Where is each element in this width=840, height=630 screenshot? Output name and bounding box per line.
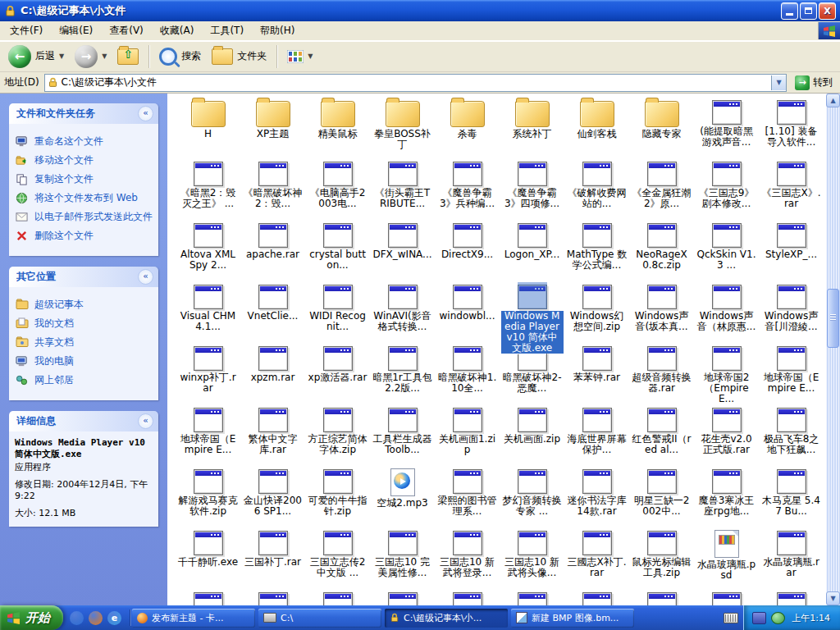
collapse-chevron-icon[interactable]: « (138, 413, 153, 429)
menu-item[interactable]: 文件(F) (2, 22, 51, 39)
file-item[interactable]: 地球帝国（Empire E... (759, 344, 824, 405)
tray-volume-icon[interactable] (771, 612, 785, 624)
task-link[interactable]: 移动这个文件 (16, 154, 153, 167)
ie-quicklaunch-icon[interactable]: e (107, 611, 121, 625)
file-item[interactable]: 地球帝国（Empire E... (176, 405, 240, 467)
file-item[interactable]: 隐藏专家 (629, 98, 694, 159)
file-item[interactable]: 《全金属狂潮2》原... (629, 159, 694, 221)
file-item[interactable]: 红色警戒II（red al... (629, 405, 694, 467)
scroll-up-icon[interactable]: ▲ (826, 94, 840, 107)
file-item[interactable]: 暗黑破坏神1.10全... (435, 344, 500, 405)
file-item[interactable]: 三国补丁.rar (240, 528, 305, 590)
taskbar-task-button[interactable]: C:\ (258, 609, 381, 628)
place-link[interactable]: 超级记事本 (16, 299, 153, 312)
file-item[interactable]: 繁体中文字库.rar (240, 405, 305, 467)
menu-item[interactable]: 编辑(E) (51, 22, 101, 39)
file-item[interactable]: [1.10] 装备导入软件... (759, 98, 824, 159)
file-item[interactable]: 《魔兽争霸3》四项修... (500, 159, 564, 221)
file-item[interactable]: 空城2.mp3 (370, 467, 435, 528)
file-item[interactable]: crystal button... (305, 221, 370, 282)
file-item[interactable]: VnetClie... (240, 282, 305, 344)
views-dropdown-icon[interactable]: ▼ (308, 52, 313, 60)
file-item[interactable]: 三国志10 完美属性修... (370, 528, 435, 590)
file-item[interactable]: 木马克星 5.47 Bu... (759, 467, 824, 528)
file-item[interactable]: 梁熙的图书管理系... (435, 467, 500, 528)
menu-item[interactable]: 帮助(H) (252, 22, 303, 39)
address-dropdown-button[interactable]: ▼ (771, 75, 786, 90)
file-item[interactable]: winxp补丁.rar (176, 344, 240, 405)
place-link[interactable]: 我的文档 (16, 317, 153, 331)
file-item[interactable] (176, 590, 240, 605)
file-item[interactable]: 《三国志9》剧本修改... (694, 159, 759, 221)
taskbar-task-button[interactable]: 发布新主题 - 卡... (132, 609, 255, 628)
place-link[interactable]: 我的电脑 (16, 355, 153, 368)
file-item[interactable]: WIDI Recognit... (305, 282, 370, 344)
file-item[interactable]: (能提取暗黑游戏声音... (694, 98, 759, 159)
file-item[interactable]: 梦幻音频转换专家 ... (500, 467, 564, 528)
file-item[interactable]: 《电脑高手2003电... (305, 159, 370, 221)
file-item[interactable]: Visual CHM4.1... (176, 282, 240, 344)
forward-dropdown-icon[interactable]: ▼ (102, 52, 107, 60)
file-item[interactable]: 魔兽3寒冰王座rpg地... (694, 467, 759, 528)
file-item[interactable]: 《三国志X》.rar (759, 159, 824, 221)
address-input[interactable]: C:\超级记事本\小文件 ▼ (44, 74, 787, 92)
file-item[interactable]: 关机画面1.zip (435, 405, 500, 467)
input-method-button[interactable] (719, 608, 743, 628)
file-item[interactable]: QckSkin V1.3 ... (694, 221, 759, 282)
place-link[interactable]: 网上邻居 (16, 374, 153, 387)
file-item[interactable]: 三国志10 新武将头像... (500, 528, 564, 590)
menu-item[interactable]: 收藏(A) (152, 22, 203, 39)
file-item[interactable]: Windows声音[川澄綾... (759, 282, 824, 344)
file-item[interactable]: 水晶玻璃瓶.psd (694, 528, 759, 590)
file-item[interactable]: 三国志10 新武将登录... (435, 528, 500, 590)
file-item[interactable]: 拳皇BOSS补丁 (370, 98, 435, 159)
file-item[interactable]: DirectX9... (435, 221, 500, 282)
file-item[interactable] (759, 590, 824, 605)
menu-item[interactable]: 查看(V) (101, 22, 152, 39)
file-item[interactable]: Windows声音(坂本真... (629, 282, 694, 344)
file-item[interactable]: 《街头霸王TRIBUTE... (370, 159, 435, 221)
file-item[interactable]: Logon_XP... (500, 221, 564, 282)
maximize-button[interactable] (800, 2, 817, 20)
file-item[interactable]: 可爱的牛牛指针.zip (305, 467, 370, 528)
file-item[interactable]: XP主题 (240, 98, 305, 159)
firefox-quicklaunch-icon[interactable] (89, 611, 103, 625)
file-item[interactable]: WinAVI(影音格式转换... (370, 282, 435, 344)
file-item[interactable]: 杀毒 (435, 98, 500, 159)
other-places-header[interactable]: 其它位置 « (9, 267, 158, 287)
tray-network-icon[interactable] (752, 612, 766, 624)
file-item[interactable]: DFX_wINA... (370, 221, 435, 282)
place-link[interactable]: 共享文档 (16, 336, 153, 349)
file-item[interactable]: 千千静听.exe (176, 528, 240, 590)
scrollbar-thumb[interactable] (827, 289, 839, 348)
file-item[interactable]: 地球帝国2（Empire E... (694, 344, 759, 405)
back-button[interactable]: ← 后退 ▼ (5, 43, 67, 70)
task-link[interactable]: 将这个文件发布到 Web (16, 192, 153, 205)
close-button[interactable]: X (819, 2, 836, 20)
file-item[interactable]: xpzm.rar (240, 344, 305, 405)
file-item[interactable] (240, 590, 305, 605)
file-item[interactable] (370, 590, 435, 605)
file-item[interactable]: 海底世界屏幕保护... (564, 405, 629, 467)
file-item[interactable]: Windows声音（林原惠... (694, 282, 759, 344)
file-item[interactable]: 精美鼠标 (305, 98, 370, 159)
up-button[interactable]: ⇧ (114, 47, 142, 66)
file-item[interactable]: 《魔兽争霸3》兵种编... (435, 159, 500, 221)
file-item[interactable] (564, 590, 629, 605)
file-item[interactable]: 鼠标光标编辑工具.zip (629, 528, 694, 590)
details-header[interactable]: 详细信息 « (9, 411, 158, 431)
file-item[interactable] (694, 590, 759, 605)
task-link[interactable]: 删除这个文件 (16, 230, 153, 243)
minimize-button[interactable] (781, 2, 798, 20)
file-item[interactable]: H (176, 98, 240, 159)
file-item[interactable]: 极品飞车8之地下狂飙... (759, 405, 824, 467)
taskbar-task-button[interactable]: C:\超级记事本\小... (385, 609, 508, 628)
file-item[interactable]: windowbl... (435, 282, 500, 344)
file-item[interactable]: NeoRageX 0.8c.zip (629, 221, 694, 282)
back-dropdown-icon[interactable]: ▼ (59, 52, 64, 60)
file-item[interactable]: MathType 数学公式编... (564, 221, 629, 282)
file-item[interactable]: 迷你书法字库 14款.rar (564, 467, 629, 528)
file-item[interactable]: 系统补丁 (500, 98, 564, 159)
file-item[interactable]: 仙剑客栈 (564, 98, 629, 159)
taskbar-task-button[interactable]: 新建 BMP 图像.bm... (511, 609, 634, 628)
